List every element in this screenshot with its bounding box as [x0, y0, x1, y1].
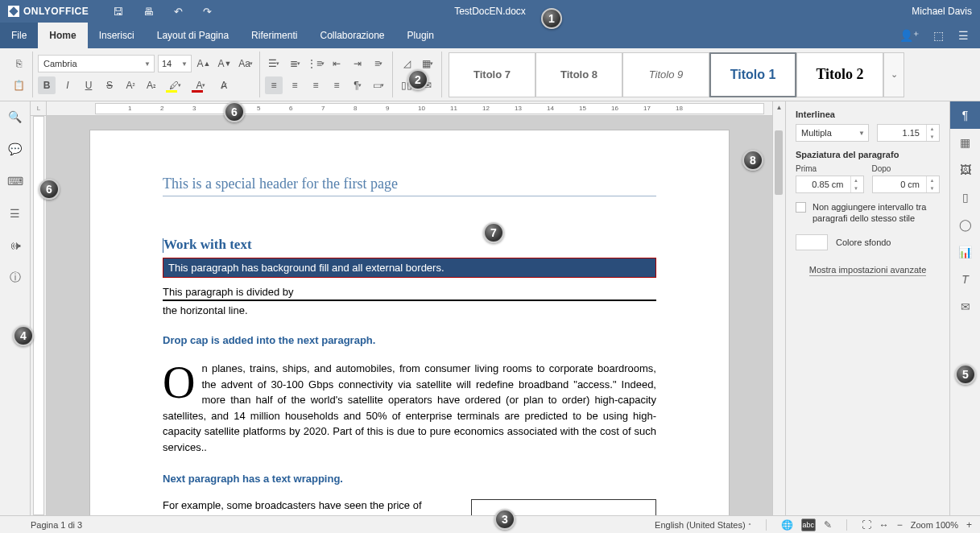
- change-case-icon[interactable]: Aa▾: [237, 55, 254, 72]
- menu-layout[interactable]: Layout di Pagina: [146, 23, 240, 48]
- bg-color-swatch[interactable]: [796, 234, 828, 250]
- shape-settings-tab[interactable]: ◯: [950, 211, 980, 238]
- increase-font-icon[interactable]: A▲: [195, 55, 213, 72]
- scroll-area[interactable]: This is a special header for the first p…: [47, 116, 772, 515]
- increase-indent-button[interactable]: ⇥: [349, 55, 366, 72]
- track-changes-icon[interactable]: ✎: [824, 519, 832, 531]
- undo-icon[interactable]: ↶: [174, 6, 183, 18]
- style-titolo-2[interactable]: Titolo 2: [796, 52, 883, 97]
- chevron-down-icon: ▼: [181, 60, 188, 68]
- share-icon[interactable]: 👤⁺: [899, 29, 919, 42]
- style-titolo-1[interactable]: Titolo 1: [709, 52, 796, 97]
- wrap-title: Next paragraph has a text wrapping.: [163, 473, 656, 485]
- chat-icon[interactable]: ⌨: [8, 174, 23, 188]
- menu-references[interactable]: Riferimenti: [240, 23, 308, 48]
- superscript-button[interactable]: A²: [122, 76, 139, 94]
- navigation-icon[interactable]: ☰: [8, 206, 23, 221]
- feedback-icon[interactable]: 🕪: [8, 238, 23, 253]
- paste-icon[interactable]: 📋: [10, 76, 27, 94]
- underline-button[interactable]: U: [80, 76, 97, 94]
- font-group: Cambria▼ 14▼ A▲ A▼ Aa▾ B I U S A² A₂ 🖊▾ …: [33, 52, 260, 97]
- styles-gallery: Titolo 7 Titolo 8 Titolo 9 Titolo 1 Tito…: [442, 52, 975, 97]
- menu-insert[interactable]: Inserisci: [88, 23, 146, 48]
- menu-plugin[interactable]: Plugin: [396, 23, 445, 48]
- menu-file[interactable]: File: [0, 23, 38, 48]
- zoom-indicator[interactable]: Zoom 100%: [911, 520, 958, 530]
- after-value-input[interactable]: 0 cm▲▼: [872, 176, 941, 193]
- before-value-input[interactable]: 0.85 cm▲▼: [796, 176, 864, 193]
- header-footer-tab[interactable]: ▯: [950, 184, 980, 211]
- bold-button[interactable]: B: [38, 76, 56, 94]
- username-label[interactable]: Michael Davis: [912, 6, 972, 17]
- table-settings-tab[interactable]: ▦: [950, 129, 980, 156]
- toolbar: ⎘ 📋 Cambria▼ 14▼ A▲ A▼ Aa▾ B I U S A² A₂…: [0, 48, 980, 101]
- fit-page-icon[interactable]: ⛶: [862, 519, 871, 531]
- redo-icon[interactable]: ↷: [203, 6, 212, 18]
- paragraph-settings-tab[interactable]: ¶: [950, 101, 980, 129]
- copy-icon[interactable]: ⎘: [10, 55, 27, 72]
- shading-button[interactable]: ▭▾: [370, 76, 387, 94]
- menu-collab[interactable]: Collaborazione: [308, 23, 395, 48]
- style-titolo-8[interactable]: Titolo 8: [535, 52, 622, 97]
- decrease-font-icon[interactable]: A▼: [216, 55, 234, 72]
- dropcap-letter: O: [163, 361, 201, 401]
- page[interactable]: This is a special header for the first p…: [90, 130, 729, 515]
- callout-6b: 6: [39, 179, 60, 200]
- fit-width-icon[interactable]: ↔: [879, 519, 889, 531]
- chevron-down-icon: ▼: [144, 60, 151, 68]
- multilevel-button[interactable]: ⋮≡▾: [307, 55, 325, 72]
- line-spacing-label: Interlinea: [796, 109, 940, 119]
- no-space-checkbox[interactable]: Non aggiungere intervallo tra paragrafi …: [796, 201, 940, 225]
- set-lang-icon[interactable]: 🌐: [781, 519, 793, 531]
- style-titolo-7[interactable]: Titolo 7: [449, 52, 535, 97]
- language-indicator[interactable]: English (United States) ˄: [655, 520, 751, 530]
- bullets-button[interactable]: ☰▾: [265, 55, 283, 72]
- callout-7: 7: [483, 222, 504, 243]
- nonprinting-button[interactable]: ¶▾: [349, 76, 366, 94]
- about-icon[interactable]: ⓘ: [8, 271, 23, 285]
- ruler-corner: L: [31, 101, 47, 116]
- open-location-icon[interactable]: ⬚: [933, 29, 944, 42]
- numbering-button[interactable]: ≣▾: [286, 55, 304, 72]
- search-icon[interactable]: 🔍: [8, 109, 23, 124]
- scroll-thumb[interactable]: [775, 130, 783, 195]
- chart-settings-tab[interactable]: 📊: [950, 238, 980, 266]
- align-justify-button[interactable]: ≡: [328, 76, 345, 94]
- save-icon[interactable]: 🖫: [113, 6, 123, 18]
- comments-icon[interactable]: 💬: [8, 142, 23, 156]
- line-spacing-type-select[interactable]: Multipla▼: [796, 124, 869, 142]
- align-right-button[interactable]: ≡: [307, 76, 325, 94]
- page-indicator[interactable]: Pagina 1 di 3: [8, 520, 82, 530]
- zoom-out-icon[interactable]: −: [897, 519, 903, 531]
- font-color-button[interactable]: A▾: [189, 76, 212, 94]
- app-logo: ONLYOFFICE: [8, 6, 89, 18]
- spellcheck-icon[interactable]: abc: [801, 519, 816, 531]
- styles-more-button[interactable]: ⌄: [883, 52, 904, 97]
- line-spacing-value-input[interactable]: 1.15▲▼: [877, 124, 940, 142]
- align-center-button[interactable]: ≡: [286, 76, 304, 94]
- subscript-button[interactable]: A₂: [143, 76, 160, 94]
- scroll-up-icon[interactable]: ▲: [773, 101, 785, 113]
- textart-settings-tab[interactable]: T: [950, 266, 980, 293]
- document-title: TestDocEN.docx: [454, 6, 526, 17]
- image-settings-tab[interactable]: 🖼: [950, 156, 980, 184]
- highlight-color-button[interactable]: 🖊▾: [163, 76, 186, 94]
- decrease-indent-button[interactable]: ⇤: [328, 55, 345, 72]
- horizontal-ruler[interactable]: 123 456 789 101112 131415 161718: [95, 103, 764, 114]
- hamburger-icon[interactable]: ☰: [958, 29, 969, 42]
- line-spacing-button[interactable]: ≡▾: [370, 55, 387, 72]
- style-titolo-9[interactable]: Titolo 9: [622, 52, 709, 97]
- font-size-combo[interactable]: 14▼: [158, 55, 192, 72]
- strikethrough-button[interactable]: S: [101, 76, 118, 94]
- print-icon[interactable]: 🖶: [143, 6, 154, 18]
- checkbox-icon: [796, 202, 806, 213]
- advanced-settings-link[interactable]: Mostra impostazioni avanzate: [809, 265, 927, 276]
- vertical-scrollbar[interactable]: ▲: [772, 101, 785, 515]
- italic-button[interactable]: I: [59, 76, 76, 94]
- clear-style-button[interactable]: A̷: [215, 76, 233, 94]
- align-left-button[interactable]: ≡: [265, 76, 283, 94]
- font-name-combo[interactable]: Cambria▼: [38, 55, 155, 72]
- menu-home[interactable]: Home: [38, 23, 87, 48]
- mailmerge-settings-tab[interactable]: ✉: [950, 293, 980, 320]
- zoom-in-icon[interactable]: +: [966, 519, 972, 531]
